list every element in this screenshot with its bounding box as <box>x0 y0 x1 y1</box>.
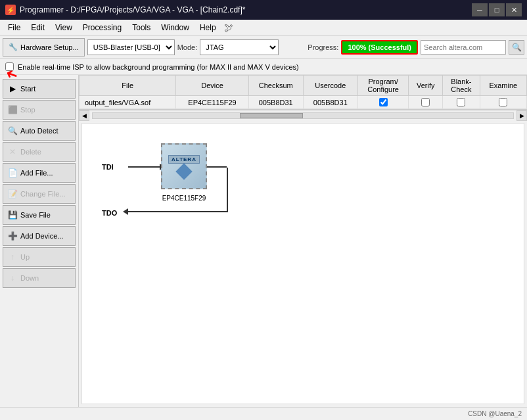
cell-verify <box>409 96 443 109</box>
progress-indicator: 100% (Successful) <box>341 40 418 55</box>
hardware-setup-icon: 🔧 <box>9 43 18 51</box>
col-device: Device <box>176 76 248 96</box>
mode-label: Mode: <box>177 43 198 51</box>
statusbar-text: CSDN @Uaena_2 <box>468 410 522 417</box>
content-area: File Device Checksum Usercode Program/Co… <box>79 75 527 407</box>
verify-checkbox-container <box>413 98 438 106</box>
scrollbar-thumb[interactable] <box>240 113 303 118</box>
menubar: File Edit View Processing Tools Window H… <box>0 20 527 35</box>
start-label: Start <box>20 85 35 93</box>
sidebar: ➜ ▶ Start ⬛ Stop 🔍 Auto Detect ✕ Delete … <box>0 75 79 407</box>
device-name-label: EP4CE115F29 <box>161 195 207 202</box>
examine-checkbox[interactable] <box>499 98 507 106</box>
stop-button[interactable]: ⬛ Stop <box>3 100 76 120</box>
menu-view[interactable]: View <box>50 22 78 34</box>
file-table-container: File Device Checksum Usercode Program/Co… <box>79 75 527 110</box>
cell-usercode: 005B8D31 <box>303 96 357 109</box>
down-icon: ↓ <box>7 273 18 283</box>
save-file-button[interactable]: 💾 Save File <box>3 205 76 225</box>
delete-label: Delete <box>20 148 41 156</box>
add-file-label: Add File... <box>20 169 53 177</box>
add-file-icon: 📄 <box>7 168 18 178</box>
horizontal-scrollbar[interactable]: ◀ ▶ <box>79 110 527 120</box>
progress-label: Progress: <box>308 43 338 51</box>
scrollbar-track[interactable] <box>92 112 514 119</box>
scroll-right-button[interactable]: ▶ <box>516 110 527 121</box>
change-file-label: Change File... <box>20 190 65 198</box>
program-checkbox[interactable] <box>379 98 388 106</box>
scroll-left-button[interactable]: ◀ <box>79 110 89 121</box>
cell-file: output_files/VGA.sof <box>80 96 176 109</box>
delete-button[interactable]: ✕ Delete <box>3 142 76 162</box>
auto-detect-icon: 🔍 <box>7 126 18 136</box>
col-verify: Verify <box>409 76 443 96</box>
window-title: Programmer - D:/FPGA/Projects/VGA/VGA - … <box>20 5 245 14</box>
down-button[interactable]: ↓ Down <box>3 268 76 288</box>
device-logo: ALTERA <box>168 155 200 164</box>
hardware-setup-button[interactable]: 🔧 Hardware Setup... <box>3 38 85 57</box>
table-header-row: File Device Checksum Usercode Program/Co… <box>80 76 527 96</box>
search-input[interactable] <box>421 40 506 55</box>
change-file-icon: 📝 <box>7 189 18 199</box>
add-file-button[interactable]: 📄 Add File... <box>3 163 76 183</box>
tdo-label: TDO <box>102 209 117 217</box>
col-usercode: Usercode <box>303 76 357 96</box>
blank-check-checkbox[interactable] <box>457 98 465 106</box>
auto-detect-button[interactable]: 🔍 Auto Detect <box>3 121 76 141</box>
examine-checkbox-container <box>484 98 522 106</box>
menu-processing[interactable]: Processing <box>78 22 127 34</box>
toolbar: 🔧 Hardware Setup... USB-Blaster [USB-0] … <box>0 35 527 59</box>
maximize-button[interactable]: □ <box>489 3 505 16</box>
cell-program <box>357 96 409 109</box>
statusbar: CSDN @Uaena_2 <box>0 407 527 420</box>
save-file-icon: 💾 <box>7 210 18 220</box>
start-icon: ▶ <box>7 83 18 94</box>
save-file-label: Save File <box>20 211 51 219</box>
checkbox-row: Enable real-time ISP to allow background… <box>0 59 527 75</box>
hardware-device-select[interactable]: USB-Blaster [USB-0] <box>87 39 175 55</box>
menu-extra-icon[interactable]: 🕊 <box>224 22 233 33</box>
col-examine: Examine <box>480 76 526 96</box>
delete-icon: ✕ <box>7 147 18 157</box>
table-row: output_files/VGA.sof EP4CE115F29 005B8D3… <box>80 96 527 109</box>
stop-icon: ⬛ <box>7 105 18 115</box>
titlebar: ⚡ Programmer - D:/FPGA/Projects/VGA/VGA … <box>0 0 527 20</box>
window-controls[interactable]: ─ □ ✕ <box>472 3 522 16</box>
close-button[interactable]: ✕ <box>506 3 522 16</box>
stop-label: Stop <box>20 106 35 114</box>
menu-tools[interactable]: Tools <box>127 22 156 34</box>
device-box: ALTERA <box>161 143 207 189</box>
down-line <box>227 168 228 212</box>
hardware-setup-label: Hardware Setup... <box>20 43 79 51</box>
menu-file[interactable]: File <box>3 22 26 34</box>
search-button[interactable]: 🔍 <box>509 40 524 55</box>
up-button[interactable]: ↑ Up <box>3 247 76 267</box>
menu-window[interactable]: Window <box>156 22 195 34</box>
mode-select[interactable]: JTAG <box>200 39 279 55</box>
file-table: File Device Checksum Usercode Program/Co… <box>79 75 527 109</box>
app-icon: ⚡ <box>5 5 16 15</box>
up-label: Up <box>20 253 30 261</box>
add-device-label: Add Device... <box>20 232 63 240</box>
tdi-label: TDI <box>102 163 114 171</box>
up-icon: ↑ <box>7 252 18 262</box>
down-label: Down <box>20 274 39 282</box>
isp-label: Enable real-time ISP to allow background… <box>18 63 299 71</box>
right-line <box>207 166 227 168</box>
verify-checkbox[interactable] <box>421 98 430 106</box>
bottom-line <box>128 211 228 212</box>
col-checksum: Checksum <box>248 76 303 96</box>
minimize-button[interactable]: ─ <box>472 3 488 16</box>
menu-help[interactable]: Help <box>195 22 221 34</box>
add-device-button[interactable]: ➕ Add Device... <box>3 226 76 246</box>
col-file: File <box>80 76 176 96</box>
main-layout: ➜ ▶ Start ⬛ Stop 🔍 Auto Detect ✕ Delete … <box>0 75 527 407</box>
tdi-arrow <box>128 166 161 168</box>
cell-checksum: 005B8D31 <box>248 96 303 109</box>
tdo-arrow <box>123 208 128 215</box>
device-diamond-icon <box>175 163 192 179</box>
add-device-icon: ➕ <box>7 231 18 241</box>
menu-edit[interactable]: Edit <box>26 22 50 34</box>
change-file-button[interactable]: 📝 Change File... <box>3 184 76 204</box>
diagram-area: TDI TDO ALTERA EP4CE115F29 <box>81 123 524 404</box>
